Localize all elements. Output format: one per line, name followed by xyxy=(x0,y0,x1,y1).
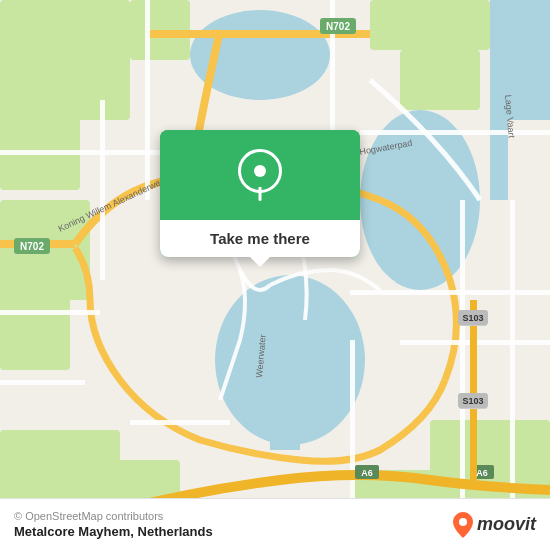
svg-rect-48 xyxy=(458,393,488,408)
svg-rect-21 xyxy=(0,240,75,248)
svg-rect-15 xyxy=(0,290,70,370)
moovit-text: moovit xyxy=(477,514,536,535)
svg-text:A6: A6 xyxy=(361,468,373,478)
svg-text:N702: N702 xyxy=(326,21,350,32)
svg-point-56 xyxy=(459,518,467,526)
svg-text:Hogwaterpad: Hogwaterpad xyxy=(359,138,413,157)
popup-icon-area xyxy=(160,130,360,220)
location-label: Metalcore Mayhem, Netherlands xyxy=(14,524,213,539)
svg-text:Weerwater: Weerwater xyxy=(254,334,268,378)
svg-rect-5 xyxy=(210,55,310,85)
svg-rect-20 xyxy=(150,30,370,38)
svg-text:N702: N702 xyxy=(20,241,44,252)
map-container: N702 N702 N702 S103 S103 A6 A6 Koning Wi… xyxy=(0,0,550,550)
svg-rect-9 xyxy=(400,50,480,110)
svg-rect-3 xyxy=(130,0,190,60)
svg-point-4 xyxy=(190,10,330,100)
svg-rect-26 xyxy=(350,290,550,295)
svg-rect-25 xyxy=(130,420,230,425)
moovit-logo: moovit xyxy=(453,512,536,538)
svg-rect-40 xyxy=(320,18,356,34)
svg-rect-36 xyxy=(470,465,494,479)
svg-text:S103: S103 xyxy=(462,313,483,323)
svg-rect-14 xyxy=(0,200,90,300)
svg-rect-29 xyxy=(145,0,150,200)
svg-rect-27 xyxy=(400,340,550,345)
svg-rect-6 xyxy=(490,0,508,200)
svg-point-10 xyxy=(360,110,480,290)
bottom-bar: © OpenStreetMap contributors Metalcore M… xyxy=(0,498,550,550)
svg-rect-44 xyxy=(14,238,50,254)
svg-rect-46 xyxy=(458,310,488,325)
popup-card: Take me there xyxy=(160,130,360,257)
svg-text:A6: A6 xyxy=(476,468,488,478)
svg-point-12 xyxy=(215,275,365,445)
svg-rect-30 xyxy=(100,100,105,280)
take-me-there-button[interactable]: Take me there xyxy=(160,220,360,257)
svg-rect-1 xyxy=(0,0,130,120)
copyright-text: © OpenStreetMap contributors xyxy=(14,510,213,522)
svg-rect-0 xyxy=(0,0,550,550)
location-pin-icon xyxy=(238,149,282,201)
svg-rect-39 xyxy=(459,395,487,409)
svg-rect-23 xyxy=(0,310,100,315)
svg-rect-11 xyxy=(370,150,470,250)
svg-text:S103: S103 xyxy=(462,396,483,406)
svg-text:Koning Willem Alexanderweg: Koning Willem Alexanderweg xyxy=(57,175,167,233)
svg-rect-7 xyxy=(508,0,550,120)
svg-rect-35 xyxy=(355,465,379,479)
moovit-pin-icon xyxy=(453,512,473,538)
svg-rect-38 xyxy=(459,312,487,326)
svg-rect-33 xyxy=(510,200,515,500)
svg-rect-32 xyxy=(460,200,465,500)
svg-text:Lage Vaart: Lage Vaart xyxy=(503,94,517,139)
svg-rect-24 xyxy=(0,380,85,385)
svg-rect-28 xyxy=(360,130,550,135)
svg-rect-37 xyxy=(470,300,477,480)
svg-rect-2 xyxy=(0,110,80,190)
svg-rect-13 xyxy=(270,280,300,450)
svg-rect-8 xyxy=(370,0,490,50)
